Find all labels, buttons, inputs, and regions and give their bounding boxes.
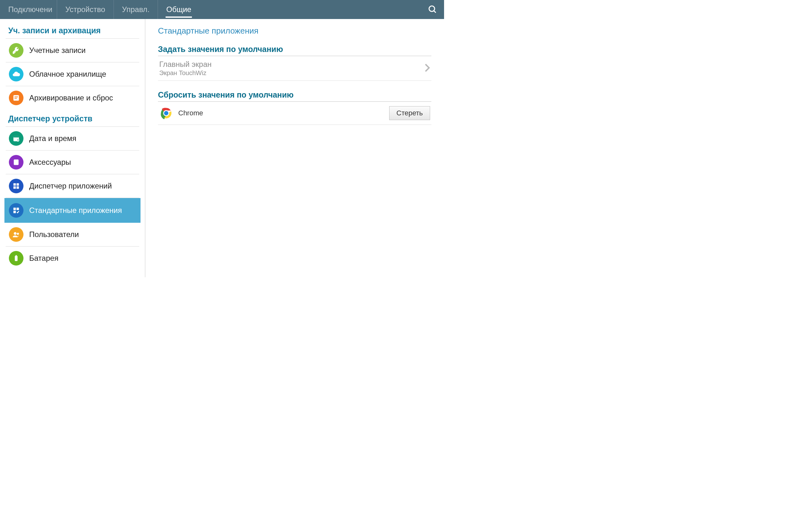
calendar-icon xyxy=(9,131,23,146)
apps-grid-icon xyxy=(9,179,23,193)
search-icon xyxy=(428,5,438,14)
row-secondary: Экран TouchWiz xyxy=(159,69,212,77)
svg-point-0 xyxy=(429,6,435,12)
svg-rect-11 xyxy=(13,186,16,189)
app-name: Chrome xyxy=(178,109,203,117)
sidebar-item-cloud[interactable]: Облачное хранилище xyxy=(6,62,139,86)
sidebar-item-label: Диспетчер приложений xyxy=(29,181,112,190)
row-primary: Главный экран xyxy=(159,60,212,69)
svg-rect-18 xyxy=(15,256,18,261)
svg-rect-3 xyxy=(14,97,18,97)
sidebar-item-default-apps[interactable]: Стандартные приложения xyxy=(4,198,141,223)
sidebar-item-accessories[interactable]: Аксессуары xyxy=(6,151,139,174)
svg-rect-4 xyxy=(14,98,17,99)
chevron-right-icon xyxy=(424,63,430,73)
sidebar-item-label: Дата и время xyxy=(29,134,77,143)
chrome-icon xyxy=(159,106,173,120)
svg-rect-19 xyxy=(15,255,17,256)
svg-rect-14 xyxy=(16,208,19,210)
sidebar-item-label: Стандартные приложения xyxy=(29,206,122,215)
tab-label: Управл. xyxy=(122,5,150,14)
backup-icon xyxy=(9,91,23,105)
svg-rect-6 xyxy=(13,136,19,137)
sidebar-item-label: Архивирование и сброс xyxy=(29,94,113,102)
key-icon xyxy=(9,43,23,58)
sidebar: Уч. записи и архивация Учетные записи Об… xyxy=(0,19,145,277)
content-pane: Стандартные приложения Задать значения п… xyxy=(145,19,444,277)
battery-icon xyxy=(9,251,23,266)
top-tab-bar: Подключени Устройство Управл. Общие xyxy=(0,0,444,19)
cloud-icon xyxy=(9,67,23,81)
tab-general[interactable]: Общие xyxy=(158,0,200,19)
sidebar-section-device-mgr: Диспетчер устройств xyxy=(6,110,139,127)
page-title: Стандартные приложения xyxy=(158,26,432,45)
app-row-chrome: Chrome Стереть xyxy=(158,102,432,125)
tab-label: Устройство xyxy=(65,5,105,14)
clear-button[interactable]: Стереть xyxy=(389,106,430,120)
sidebar-item-battery[interactable]: Батарея xyxy=(6,246,139,270)
sidebar-item-users[interactable]: Пользователи xyxy=(6,223,139,246)
row-home-screen[interactable]: Главный экран Экран TouchWiz xyxy=(158,56,432,81)
svg-rect-8 xyxy=(14,159,18,165)
sidebar-item-datetime[interactable]: Дата и время xyxy=(6,127,139,151)
sidebar-item-label: Облачное хранилище xyxy=(29,70,106,78)
svg-rect-12 xyxy=(16,186,19,189)
apps-check-icon xyxy=(9,203,23,218)
sidebar-section-accounts: Уч. записи и архивация xyxy=(6,21,139,39)
svg-rect-9 xyxy=(13,183,16,186)
accessories-icon xyxy=(9,155,23,170)
sidebar-item-label: Батарея xyxy=(29,254,58,263)
tab-device[interactable]: Устройство xyxy=(57,0,114,19)
search-button[interactable] xyxy=(424,1,442,18)
tabs: Подключени Устройство Управл. Общие xyxy=(0,0,424,19)
tab-connections[interactable]: Подключени xyxy=(0,0,57,19)
section-reset-defaults: Сбросить значения по умолчанию xyxy=(158,90,432,102)
sidebar-item-label: Учетные записи xyxy=(29,46,86,55)
sidebar-item-backup[interactable]: Архивирование и сброс xyxy=(6,86,139,110)
sidebar-item-label: Аксессуары xyxy=(29,158,71,167)
section-set-defaults: Задать значения по умолчанию xyxy=(158,45,432,56)
svg-rect-15 xyxy=(13,211,16,213)
tab-label: Подключени xyxy=(8,5,52,14)
sidebar-item-label: Пользователи xyxy=(29,230,79,239)
sidebar-item-accounts[interactable]: Учетные записи xyxy=(6,39,139,62)
tab-controls[interactable]: Управл. xyxy=(114,0,158,19)
sidebar-item-app-manager[interactable]: Диспетчер приложений xyxy=(6,174,139,198)
svg-point-16 xyxy=(14,232,16,235)
svg-rect-10 xyxy=(16,183,19,186)
svg-line-1 xyxy=(434,11,436,13)
svg-rect-13 xyxy=(13,208,16,210)
tab-label: Общие xyxy=(166,5,191,14)
users-icon xyxy=(9,227,23,242)
svg-point-17 xyxy=(17,233,19,235)
